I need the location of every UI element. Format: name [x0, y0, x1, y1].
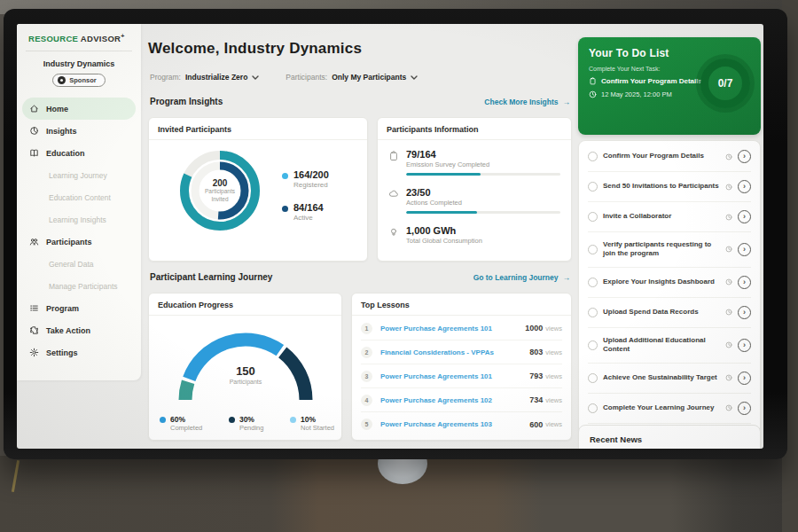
lesson-link[interactable]: Power Purchase Agreements 101: [380, 325, 525, 332]
legend-label: Pending: [239, 424, 264, 432]
sidebar-item-label: General Data: [49, 260, 94, 269]
stat-value: 23/50: [406, 187, 560, 198]
sidebar-item-education[interactable]: Education: [17, 142, 141, 164]
clock-icon: [725, 341, 732, 348]
lesson-link[interactable]: Power Purchase Agreements 102: [380, 396, 529, 404]
clock-icon: [725, 404, 732, 411]
clock-icon: [725, 374, 732, 381]
clock-icon: [725, 153, 732, 160]
lesson-views-label: views: [545, 420, 562, 428]
gauge-center-value: 150: [161, 364, 330, 378]
lesson-link[interactable]: Power Purchase Agreements 103: [380, 420, 529, 428]
todo-checkbox[interactable]: [588, 182, 598, 192]
lightbulb-icon: [388, 227, 399, 238]
program-dropdown[interactable]: Program: Industrialize Zero: [150, 73, 259, 82]
todo-checkbox[interactable]: [588, 373, 598, 383]
lesson-link[interactable]: Financial Considerations - VPPAs: [380, 348, 529, 356]
todo-item[interactable]: Verify participants requesting to join t…: [588, 231, 751, 267]
stat-label: Total Global Consumption: [406, 237, 560, 245]
section-title-program-insights: Program Insights: [150, 97, 223, 106]
recent-news-title: Recent News: [579, 426, 760, 449]
go-to-learning-journey-link[interactable]: Go to Learning Journey: [473, 273, 570, 282]
todo-checkbox[interactable]: [588, 245, 598, 254]
org-name: Industry Dynamics: [17, 59, 141, 68]
participants-dropdown[interactable]: Participants: Only My Participants: [286, 73, 418, 82]
legend-value: 84/164: [293, 202, 324, 213]
todo-checkbox[interactable]: [588, 403, 598, 413]
todo-go-button[interactable]: [738, 306, 751, 319]
todo-item[interactable]: Confirm Your Program Details: [588, 142, 751, 171]
todo-item[interactable]: Upload Additional Educational Content: [588, 327, 751, 363]
todo-go-button[interactable]: [738, 150, 751, 163]
lesson-views-label: views: [545, 325, 562, 332]
check-more-insights-link[interactable]: Check More Insights: [484, 98, 570, 106]
insights-icon: [29, 126, 39, 136]
todo-go-button[interactable]: [738, 276, 751, 289]
todo-go-button[interactable]: [738, 372, 751, 385]
sidebar-item-learning-journey[interactable]: Learning Journey: [17, 164, 141, 186]
todo-item[interactable]: Explore Your Insights Dashboard: [588, 267, 751, 297]
sidebar-nav: Home Insights Education Learning Journey…: [17, 98, 141, 364]
stat-label: Actions Completed: [406, 199, 560, 207]
todo-item-label: Upload Spend Data Records: [603, 308, 720, 317]
todo-go-button[interactable]: [738, 402, 751, 415]
sidebar-item-home[interactable]: Home: [22, 98, 136, 120]
sidebar-item-education-content[interactable]: Education Content: [17, 186, 141, 208]
lesson-link[interactable]: Power Purchase Agreements 101: [380, 372, 529, 380]
legend-label: Not Started: [301, 424, 334, 432]
sidebar-item-label: Settings: [46, 348, 78, 357]
todo-item[interactable]: Send 50 Invitations to Participants: [588, 171, 751, 201]
card-title: Education Progress: [149, 293, 341, 316]
legend-not-started: 10% Not Started: [290, 415, 334, 432]
main-content: Welcome, Industry Dynamics Program: Indu…: [148, 24, 572, 449]
clock-icon: [725, 309, 732, 316]
todo-checkbox[interactable]: [588, 340, 598, 350]
todo-next-task: Confirm Your Program Details: [601, 77, 702, 85]
todo-list-card: Confirm Your Program Details Send 50 Inv…: [578, 140, 761, 449]
sidebar-item-label: Program: [46, 304, 79, 313]
lesson-row: 3 Power Purchase Agreements 101 793 view…: [361, 364, 562, 388]
logo-secondary: ADVISOR: [81, 34, 121, 43]
sponsor-badge-label: Sponsor: [69, 76, 96, 84]
sidebar-item-settings[interactable]: Settings: [17, 341, 141, 364]
take-action-icon: [29, 325, 39, 335]
clock-icon: [725, 214, 732, 221]
lesson-row: 1 Power Purchase Agreements 101 1000 vie…: [361, 317, 562, 340]
page-title: Welcome, Industry Dynamics: [148, 40, 362, 58]
stat-global-consumption: 1,000 GWh Total Global Consumption: [388, 225, 560, 245]
todo-checkbox[interactable]: [588, 212, 598, 222]
todo-go-button[interactable]: [738, 339, 751, 352]
todo-hero-card: Your To Do List Complete Your Next Task:…: [578, 37, 761, 135]
todo-checkbox[interactable]: [588, 152, 598, 161]
sidebar-item-take-action[interactable]: Take Action: [17, 319, 141, 341]
donut-center-value: 200: [213, 178, 228, 188]
lesson-rank: 1: [361, 323, 372, 334]
todo-item[interactable]: Upload Spend Data Records: [588, 297, 751, 327]
todo-checkbox[interactable]: [588, 308, 598, 317]
todo-item[interactable]: Complete Your Learning Journey: [588, 393, 751, 423]
chevron-down-icon: [252, 75, 259, 80]
todo-go-button[interactable]: [738, 210, 751, 223]
sidebar-item-insights[interactable]: Insights: [17, 120, 141, 142]
todo-checkbox[interactable]: [588, 278, 598, 287]
legend-value: 10%: [301, 415, 334, 424]
todo-item-label: Verify participants requesting to join t…: [603, 240, 720, 259]
sidebar-item-participants[interactable]: Participants: [17, 231, 141, 253]
top-lessons-card: Top Lessons 1 Power Purchase Agreements …: [351, 293, 572, 441]
sidebar-item-learning-insights[interactable]: Learning Insights: [17, 208, 141, 231]
todo-progress-ring: 0/7: [700, 59, 750, 108]
invited-donut-chart: 200 Participants Invited: [174, 145, 266, 237]
stat-value: 1,000 GWh: [406, 225, 560, 236]
sidebar-item-manage-participants[interactable]: Manage Participants: [17, 275, 141, 297]
todo-title: Your To Do List: [589, 47, 750, 59]
todo-item[interactable]: Invite a Collaborator: [588, 201, 751, 231]
sidebar-item-general-data[interactable]: General Data: [17, 253, 141, 275]
todo-go-button[interactable]: [738, 180, 751, 193]
sidebar-item-program[interactable]: Program: [17, 297, 141, 319]
todo-item-label: Complete Your Learning Journey: [603, 403, 720, 412]
legend-value: 164/200: [293, 169, 329, 180]
legend-label: Active: [293, 214, 324, 222]
legend-label: Completed: [170, 424, 202, 432]
todo-go-button[interactable]: [738, 243, 751, 256]
todo-item[interactable]: Achieve One Sustainability Target: [588, 363, 751, 393]
